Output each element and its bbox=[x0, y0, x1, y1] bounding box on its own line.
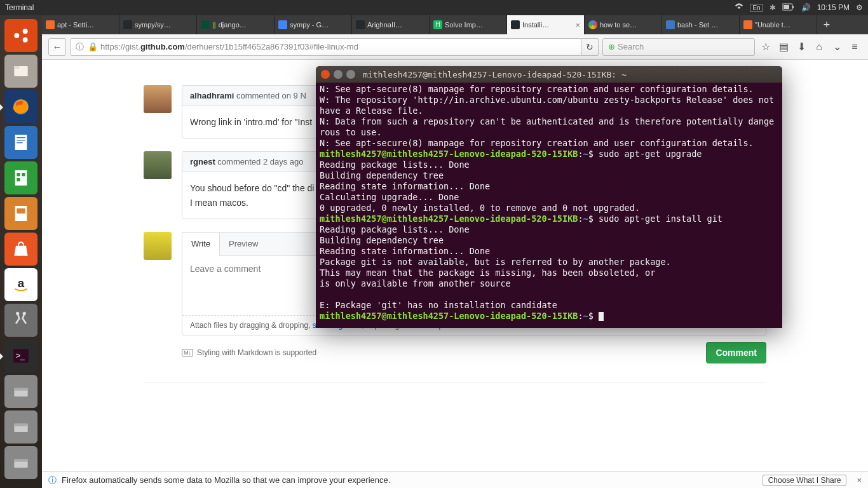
svg-point-3 bbox=[14, 33, 19, 38]
svg-point-20 bbox=[16, 312, 19, 315]
tab-9[interactable]: "Unable t… bbox=[740, 15, 817, 34]
home-icon[interactable]: ⌂ bbox=[812, 40, 826, 54]
launcher-disk-3[interactable] bbox=[4, 446, 37, 479]
search-icon: ⊕ bbox=[608, 42, 615, 51]
library-icon[interactable]: ▤ bbox=[776, 40, 790, 54]
launcher-calc[interactable] bbox=[4, 161, 37, 194]
downloads-icon[interactable]: ⬇ bbox=[794, 40, 808, 54]
svg-rect-10 bbox=[17, 137, 25, 138]
window-maximize-button[interactable] bbox=[346, 70, 355, 79]
info-icon: ⓘ bbox=[48, 475, 57, 486]
launcher-impress[interactable] bbox=[4, 197, 37, 230]
unity-launcher: a >_ bbox=[0, 15, 42, 488]
launcher-files[interactable] bbox=[4, 55, 37, 88]
lock-icon: 🔒 bbox=[88, 42, 98, 51]
svg-rect-11 bbox=[17, 140, 25, 140]
gear-icon[interactable]: ⚙ bbox=[856, 3, 863, 12]
launcher-writer[interactable] bbox=[4, 126, 37, 159]
tab-4[interactable]: ArighnaII… bbox=[352, 15, 430, 34]
avatar[interactable] bbox=[144, 85, 172, 113]
wifi-icon[interactable] bbox=[735, 3, 743, 13]
svg-text:>_: >_ bbox=[16, 351, 25, 360]
terminal-title: mithlesh4257@mithlesh4257-Lenovo-ideapad… bbox=[363, 70, 627, 79]
svg-rect-1 bbox=[792, 6, 794, 8]
notification-action-button[interactable]: Choose What I Share bbox=[763, 475, 847, 486]
svg-rect-14 bbox=[17, 173, 20, 176]
svg-rect-12 bbox=[17, 142, 22, 143]
window-title: Terminal bbox=[5, 3, 34, 12]
bookmark-star-icon[interactable]: ☆ bbox=[759, 40, 773, 54]
bluetooth-icon[interactable]: ✱ bbox=[770, 3, 776, 12]
language-indicator[interactable]: En bbox=[750, 4, 763, 12]
window-minimize-button[interactable] bbox=[334, 70, 342, 79]
markdown-hint: M↓Styling with Markdown is supported bbox=[182, 348, 316, 357]
svg-rect-7 bbox=[14, 66, 19, 69]
launcher-disk-2[interactable] bbox=[4, 410, 37, 444]
terminal-titlebar[interactable]: mithlesh4257@mithlesh4257-Lenovo-ideapad… bbox=[316, 66, 782, 83]
svg-rect-16 bbox=[17, 178, 20, 181]
launcher-amazon[interactable]: a bbox=[4, 268, 37, 301]
svg-rect-29 bbox=[14, 459, 27, 462]
tab-2[interactable]: || django… bbox=[197, 15, 275, 34]
tab-strip: apt - Setti… sympy/sy… || django… sympy … bbox=[42, 15, 868, 34]
tab-7[interactable]: how to se… bbox=[585, 15, 662, 34]
comment-button[interactable]: Comment bbox=[706, 342, 766, 363]
svg-point-5 bbox=[23, 37, 28, 43]
window-close-button[interactable] bbox=[321, 70, 330, 79]
address-bar[interactable]: ⓘ 🔒 https://gist.github.com/derhuerst/1b… bbox=[70, 38, 581, 56]
launcher-software[interactable] bbox=[4, 233, 37, 266]
launcher-terminal[interactable]: >_ bbox=[4, 339, 37, 372]
pocket-icon[interactable]: ⌄ bbox=[830, 40, 844, 54]
markdown-icon: M↓ bbox=[182, 349, 193, 356]
tab-8[interactable]: bash - Set … bbox=[662, 15, 740, 34]
launcher-firefox[interactable] bbox=[4, 90, 37, 123]
terminal-window[interactable]: mithlesh4257@mithlesh4257-Lenovo-ideapad… bbox=[316, 66, 782, 328]
system-topbar: Terminal En ✱ 🔊 10:15 PM ⚙ bbox=[0, 0, 868, 15]
launcher-dash[interactable] bbox=[4, 19, 37, 52]
tab-write[interactable]: Write bbox=[182, 232, 220, 256]
back-button[interactable]: ← bbox=[48, 38, 66, 56]
tab-3[interactable]: sympy - G… bbox=[275, 15, 352, 34]
svg-rect-25 bbox=[14, 388, 27, 391]
notification-bar: ⓘ Firefox automatically sends some data … bbox=[42, 471, 868, 488]
svg-point-21 bbox=[23, 312, 26, 315]
reload-button[interactable]: ↻ bbox=[581, 38, 599, 56]
search-box[interactable]: ⊕Search bbox=[602, 38, 755, 56]
battery-icon[interactable] bbox=[782, 3, 795, 13]
system-tray[interactable]: En ✱ 🔊 10:15 PM ⚙ bbox=[735, 3, 863, 13]
launcher-disk-1[interactable] bbox=[4, 375, 37, 408]
tab-0[interactable]: apt - Setti… bbox=[42, 15, 119, 34]
tab-preview[interactable]: Preview bbox=[220, 233, 267, 255]
svg-rect-27 bbox=[14, 424, 27, 426]
avatar[interactable] bbox=[144, 232, 172, 260]
terminal-output[interactable]: N: See apt-secure(8) manpage for reposit… bbox=[316, 83, 782, 328]
tab-5[interactable]: HSolve Imp… bbox=[430, 15, 507, 34]
avatar[interactable] bbox=[144, 151, 172, 179]
volume-icon[interactable]: 🔊 bbox=[801, 3, 811, 12]
notification-text: Firefox automatically sends some data to… bbox=[62, 475, 390, 485]
menu-icon[interactable]: ≡ bbox=[848, 40, 862, 54]
svg-rect-18 bbox=[17, 208, 25, 214]
svg-text:a: a bbox=[18, 276, 25, 290]
svg-rect-15 bbox=[22, 173, 25, 176]
svg-rect-2 bbox=[783, 5, 789, 9]
toolbar: ← ⓘ 🔒 https://gist.github.com/derhuerst/… bbox=[42, 34, 868, 60]
clock[interactable]: 10:15 PM bbox=[817, 3, 850, 12]
close-icon[interactable]: × bbox=[575, 20, 580, 30]
new-tab-button[interactable]: + bbox=[817, 15, 836, 34]
info-icon[interactable]: ⓘ bbox=[76, 41, 84, 53]
launcher-settings[interactable] bbox=[4, 304, 37, 337]
tab-6[interactable]: Installi…× bbox=[507, 15, 585, 34]
tab-1[interactable]: sympy/sy… bbox=[119, 15, 197, 34]
svg-point-4 bbox=[23, 29, 28, 34]
close-icon[interactable]: × bbox=[857, 475, 862, 485]
